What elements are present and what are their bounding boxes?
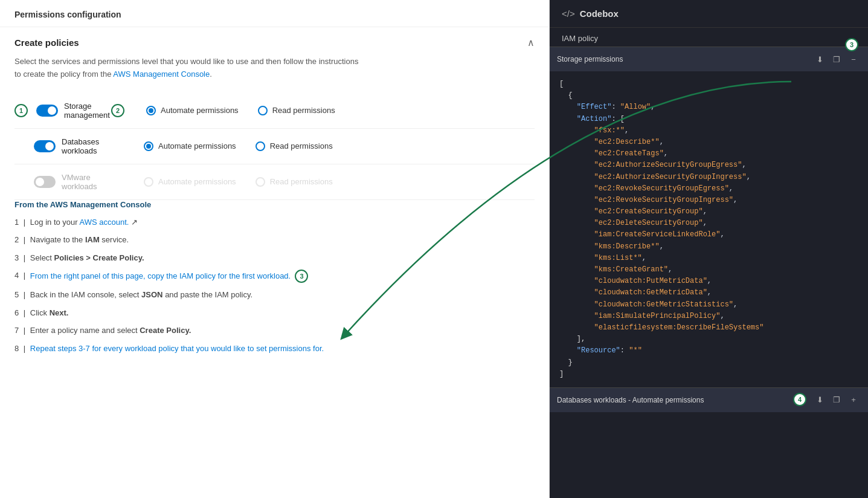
radio-read-storage[interactable]: Read permissions xyxy=(258,106,335,115)
code-bottom-bar: Databases workloads - Automate permissio… xyxy=(550,387,868,412)
section-header: Create policies ∧ xyxy=(14,37,535,48)
download-button-bottom[interactable]: ⬇ xyxy=(812,393,827,407)
step-circle-2-storage: 2 xyxy=(111,104,124,117)
left-panel: Permissions configuration Create policie… xyxy=(0,0,550,498)
codebox-title-icon: </> xyxy=(562,8,575,19)
collapse-button-top[interactable]: − xyxy=(846,52,861,66)
toggle-slider-databases xyxy=(34,140,56,152)
code-bottom-actions: 4 ⬇ ❐ + xyxy=(793,393,861,407)
workload-row-vmware: VMware workloads Automate permissions Re… xyxy=(14,164,535,200)
step3-circle: 3 xyxy=(845,47,858,51)
step-item-4: 4 | From the right panel of this page, c… xyxy=(14,270,535,283)
step-num-3: 3 xyxy=(14,252,19,264)
step-item-8: 8 | Repeat steps 3-7 for every workload … xyxy=(14,343,535,355)
step4-circle: 4 xyxy=(793,393,806,406)
page-title: Permissions configuration xyxy=(0,0,549,27)
radio-label-automate-storage: Automate permissions xyxy=(161,106,239,115)
step-text-6: Click Next. xyxy=(30,307,535,319)
permissions-col-storage: 2 Automate permissions Read permissions xyxy=(111,104,535,117)
create-policies-section: Create policies ∧ Select the services an… xyxy=(0,27,549,200)
step-num-6: 6 xyxy=(14,307,19,319)
permissions-col-databases: Automate permissions Read permissions xyxy=(111,141,535,151)
step3-annotation: 3 xyxy=(845,47,858,51)
copy-button-top[interactable]: ❐ xyxy=(829,52,844,66)
copy-button-bottom[interactable]: ❐ xyxy=(829,393,844,407)
step-text-2: Navigate to the IAM service. xyxy=(30,234,535,246)
code-block: Storage permissions ⬇ ❐ − 3 [ { "Effect"… xyxy=(550,47,868,412)
radio-circle-read-vmware xyxy=(256,177,265,187)
step-text-5: Back in the IAM console, select JSON and… xyxy=(30,289,535,301)
workload-label-vmware: VMware workloads xyxy=(62,173,111,191)
step-num-2: 2 xyxy=(14,234,19,246)
aws-section-title: From the AWS Management Console xyxy=(14,200,535,209)
step-item-3: 3 | Select Policies > Create Policy. xyxy=(14,252,535,264)
radio-circle-automate-storage xyxy=(146,106,156,115)
step-circle-1: 1 xyxy=(14,104,28,117)
step-sep-3: | xyxy=(21,252,28,264)
workload-toggle-col-storage: 1 Storage management xyxy=(14,102,111,120)
step-num-8: 8 xyxy=(14,343,19,355)
step-item-5: 5 | Back in the IAM console, select JSON… xyxy=(14,289,535,301)
iam-policy-label: IAM policy xyxy=(550,28,868,47)
step-num-4: 4 xyxy=(14,270,19,282)
toggle-databases[interactable] xyxy=(34,140,56,152)
radio-circle-automate-databases xyxy=(144,141,153,151)
download-button-top[interactable]: ⬇ xyxy=(812,52,827,66)
code-content: [ { "Effect": "Allow", "Action": [ "fsx:… xyxy=(550,71,868,387)
step-text-1: Log in to your AWS account. ↗ xyxy=(30,216,535,228)
aws-account-link[interactable]: AWS account. xyxy=(80,218,129,227)
radio-read-vmware: Read permissions xyxy=(256,177,333,187)
radio-label-read-databases: Read permissions xyxy=(270,141,333,150)
toggle-slider-storage xyxy=(36,105,58,117)
workload-toggle-col-databases: Databases workloads xyxy=(14,137,111,155)
codebox-title-text: Codebox xyxy=(580,8,619,19)
step-num-5: 5 xyxy=(14,289,19,301)
radio-label-read-vmware: Read permissions xyxy=(270,177,333,186)
full-page: Permissions configuration Create policie… xyxy=(0,0,868,498)
step-text-7: Enter a policy name and select Create Po… xyxy=(30,325,535,337)
step-item-7: 7 | Enter a policy name and select Creat… xyxy=(14,325,535,337)
code-block-wrapper: Storage permissions ⬇ ❐ − 3 [ { "Effect"… xyxy=(550,47,868,412)
workload-row-storage: 1 Storage management 2 Automate permissi… xyxy=(14,93,535,129)
toggle-vmware[interactable] xyxy=(34,176,56,188)
steps-list: 1 | Log in to your AWS account. ↗ 2 | Na… xyxy=(14,216,535,355)
step-sep-8: | xyxy=(21,343,28,355)
code-block-actions: ⬇ ❐ − xyxy=(812,52,861,66)
toggle-slider-vmware xyxy=(34,176,56,188)
step-sep-2: | xyxy=(21,234,28,246)
workload-label-storage: Storage management xyxy=(64,102,111,120)
radio-read-databases[interactable]: Read permissions xyxy=(256,141,333,151)
step-text-3: Select Policies > Create Policy. xyxy=(30,252,535,264)
code-block-label: Storage permissions xyxy=(557,55,623,63)
step-item-2: 2 | Navigate to the IAM service. xyxy=(14,234,535,246)
radio-circle-read-databases xyxy=(256,141,265,151)
workload-row-databases: Databases workloads Automate permissions… xyxy=(14,129,535,164)
code-block-header: Storage permissions ⬇ ❐ − xyxy=(550,47,868,71)
step-item-1: 1 | Log in to your AWS account. ↗ xyxy=(14,216,535,228)
workload-toggle-col-vmware: VMware workloads xyxy=(14,173,111,191)
step-sep-5: | xyxy=(21,289,28,301)
radio-automate-vmware: Automate permissions xyxy=(144,177,236,187)
radio-automate-databases[interactable]: Automate permissions xyxy=(144,141,236,151)
step-text-4: From the right panel of this page, copy … xyxy=(30,270,535,283)
add-button-bottom[interactable]: + xyxy=(846,393,861,407)
radio-circle-automate-vmware xyxy=(144,177,153,187)
step-sep-4: | xyxy=(21,270,28,282)
code-bottom-label: Databases workloads - Automate permissio… xyxy=(557,396,704,404)
radio-circle-read-storage xyxy=(258,106,268,115)
toggle-storage[interactable] xyxy=(36,105,58,117)
workload-label-databases: Databases workloads xyxy=(62,137,111,155)
collapse-icon[interactable]: ∧ xyxy=(527,37,535,48)
step-text-8: Repeat steps 3-7 for every workload poli… xyxy=(30,343,535,355)
step-num-1: 1 xyxy=(14,216,19,228)
description: Select the services and permissions leve… xyxy=(14,56,535,81)
step-item-6: 6 | Click Next. xyxy=(14,307,535,319)
right-panel: </> Codebox IAM policy Storage permissio… xyxy=(550,0,868,498)
radio-automate-storage[interactable]: Automate permissions xyxy=(146,106,239,115)
section-title: Create policies xyxy=(14,37,79,48)
step-sep-6: | xyxy=(21,307,28,319)
radio-label-automate-vmware: Automate permissions xyxy=(158,177,236,186)
step-badge-3: 3 xyxy=(295,270,308,283)
radio-label-read-storage: Read permissions xyxy=(272,106,335,115)
aws-console-link[interactable]: AWS Management Console xyxy=(113,70,210,79)
